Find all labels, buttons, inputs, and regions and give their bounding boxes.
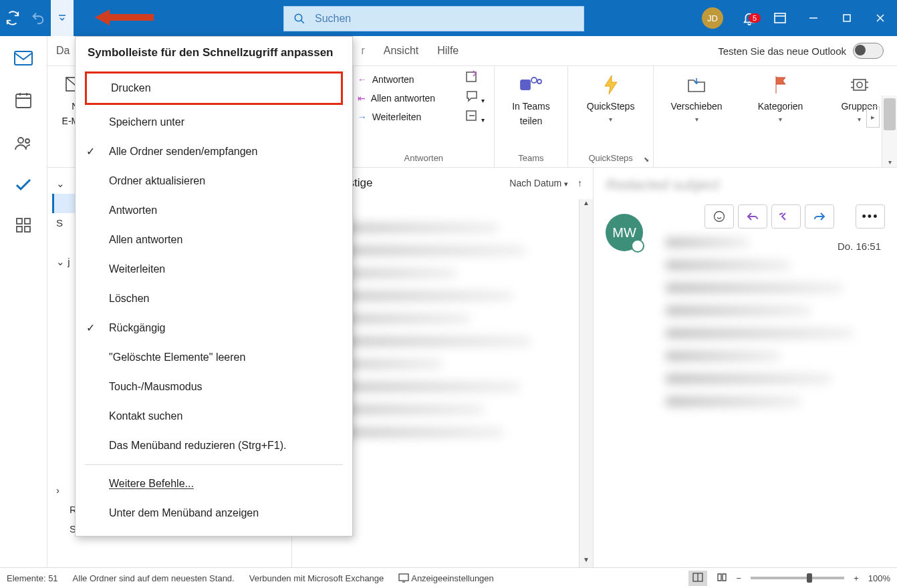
move-button[interactable]: Verschieben ▾ xyxy=(666,70,726,126)
view-normal-icon[interactable] xyxy=(688,571,707,586)
svg-point-19 xyxy=(537,80,541,84)
qat-more-commands[interactable]: Weitere Befehle... xyxy=(76,469,352,498)
zoom-slider[interactable] xyxy=(751,577,844,579)
sort-direction-icon[interactable]: ↑ xyxy=(578,178,582,188)
more-respond-icon[interactable]: ▾ xyxy=(465,109,485,124)
svg-rect-2 xyxy=(775,13,785,23)
qat-item-reply[interactable]: Antworten xyxy=(76,196,352,225)
teams-share-button[interactable]: T In Teams teilen xyxy=(508,70,554,129)
status-connection: Verbunden mit Microsoft Exchange xyxy=(249,573,384,583)
qat-item-reply-all[interactable]: Allen antworten xyxy=(76,225,352,255)
nav-apps-icon[interactable] xyxy=(16,218,31,235)
nav-mail-icon[interactable] xyxy=(14,51,33,67)
qat-item-forward[interactable]: Weiterleiten xyxy=(76,255,352,284)
undo-icon[interactable] xyxy=(25,0,51,36)
zoom-level: 100% xyxy=(868,573,890,583)
zoom-in-button[interactable]: + xyxy=(854,573,859,583)
svg-rect-4 xyxy=(844,15,850,21)
qat-item-touch-mode[interactable]: Touch-/Mausmodus xyxy=(76,372,352,402)
svg-rect-12 xyxy=(25,227,30,232)
lightning-icon xyxy=(602,74,620,96)
nav-calendar-icon[interactable] xyxy=(15,92,32,111)
notification-badge: 5 xyxy=(749,13,761,23)
try-new-outlook-toggle[interactable] xyxy=(853,43,884,59)
sort-by-button[interactable]: Nach Datum ▾ xyxy=(509,178,568,188)
reply-all-button[interactable]: ⇤Allen antworten xyxy=(358,89,436,108)
nav-tasks-icon[interactable] xyxy=(14,177,33,194)
display-icon xyxy=(398,573,409,583)
close-button[interactable] xyxy=(864,0,897,36)
group-label-respond: Antworten xyxy=(354,153,494,163)
group-label-quicksteps: QuickSteps xyxy=(568,153,653,163)
status-display-settings[interactable]: Anzeigeeinstellungen xyxy=(398,573,494,583)
forward-button[interactable]: →Weiterleiten xyxy=(358,108,422,126)
svg-rect-14 xyxy=(467,72,476,82)
group-label-teams: Teams xyxy=(495,153,567,163)
qat-item-find-contact[interactable]: Kontakt suchen xyxy=(76,402,352,431)
qat-menu-title: Symbolleiste für den Schnellzugriff anpa… xyxy=(76,37,352,69)
tab-view[interactable]: Ansicht xyxy=(384,45,418,57)
search-input[interactable]: Suchen xyxy=(283,6,584,31)
ribbon-scrollbar[interactable]: ▾ xyxy=(882,96,897,167)
svg-point-1 xyxy=(295,14,302,21)
teams-icon: T xyxy=(519,75,542,95)
status-sync: Alle Ordner sind auf dem neuesten Stand. xyxy=(73,573,235,583)
qat-item-update-folder[interactable]: Ordner aktualisieren xyxy=(76,166,352,196)
qat-item-save-as[interactable]: Speichern unter xyxy=(76,108,352,137)
folder-move-icon xyxy=(686,76,707,94)
svg-rect-11 xyxy=(17,227,22,232)
svg-point-8 xyxy=(25,139,29,143)
quicksteps-button[interactable]: QuickSteps ▾ xyxy=(583,70,639,126)
meeting-reply-icon[interactable] xyxy=(465,70,485,86)
qat-item-print[interactable]: Drucken xyxy=(85,71,343,105)
qat-customize-menu: Symbolleiste für den Schnellzugriff anpa… xyxy=(75,36,353,537)
message-list-scrollbar[interactable]: ▲▼ xyxy=(579,199,593,568)
check-icon: ✓ xyxy=(86,145,95,158)
tab-x[interactable]: r xyxy=(361,45,364,57)
categories-button[interactable]: Kategorien ▾ xyxy=(754,70,807,126)
search-placeholder: Suchen xyxy=(315,13,351,25)
sender-avatar[interactable]: MW xyxy=(606,214,643,251)
qat-item-send-receive[interactable]: ✓Alle Ordner senden/empfangen xyxy=(76,137,352,166)
svg-point-7 xyxy=(18,138,23,143)
message-subject: Redacted subject xyxy=(606,176,885,194)
svg-rect-5 xyxy=(15,51,32,65)
user-avatar[interactable]: JD xyxy=(702,7,723,29)
svg-rect-20 xyxy=(854,80,866,90)
search-icon xyxy=(293,13,305,25)
zoom-out-button[interactable]: − xyxy=(737,573,742,583)
svg-point-18 xyxy=(531,78,537,83)
try-new-outlook-label: Testen Sie das neue Outlook xyxy=(718,45,846,57)
quicksteps-launcher-icon[interactable]: ⬊ xyxy=(644,156,649,163)
qat-show-below-ribbon[interactable]: Unter dem Menüband anzeigen xyxy=(76,498,352,528)
groups-icon xyxy=(850,76,870,94)
sync-icon[interactable] xyxy=(0,0,25,36)
svg-text:T: T xyxy=(523,81,528,89)
svg-rect-9 xyxy=(17,218,22,224)
ribbon-mode-icon[interactable] xyxy=(763,0,797,36)
svg-rect-6 xyxy=(16,94,31,108)
svg-rect-23 xyxy=(399,574,408,581)
nav-people-icon[interactable] xyxy=(14,135,33,153)
qat-item-delete[interactable]: Löschen xyxy=(76,284,352,313)
tab-help[interactable]: Hilfe xyxy=(437,45,459,57)
view-reading-icon[interactable] xyxy=(717,573,727,584)
notifications-button[interactable]: 5 xyxy=(735,11,763,25)
im-reply-icon[interactable]: ▾ xyxy=(465,90,485,105)
qat-item-collapse-ribbon[interactable]: Das Menüband reduzieren (Strg+F1). xyxy=(76,431,352,460)
svg-point-21 xyxy=(857,82,862,88)
maximize-button[interactable] xyxy=(830,0,864,36)
check-icon: ✓ xyxy=(86,321,95,334)
annotation-arrow xyxy=(95,8,155,29)
qat-item-empty-deleted[interactable]: "Gelöschte Elemente" leeren xyxy=(76,343,352,372)
flag-icon xyxy=(772,75,789,95)
svg-marker-0 xyxy=(95,9,154,25)
qat-item-undo[interactable]: ✓Rückgängig xyxy=(76,313,352,343)
ribbon-overflow-button[interactable]: ▸ xyxy=(866,106,880,128)
status-item-count: Elemente: 51 xyxy=(7,573,58,583)
svg-rect-10 xyxy=(25,218,30,224)
qat-customize-dropdown[interactable] xyxy=(51,0,74,36)
tab-file[interactable]: Da xyxy=(56,45,70,57)
minimize-button[interactable] xyxy=(797,0,830,36)
reply-button[interactable]: ←Antworten xyxy=(358,70,414,89)
